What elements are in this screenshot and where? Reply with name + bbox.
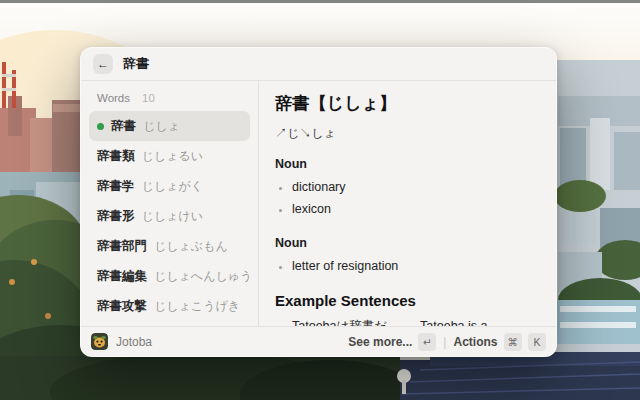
item-reading: じしょこうげき xyxy=(154,298,240,315)
item-kanji: 辞書部門 xyxy=(97,238,147,255)
item-reading: じしょるい xyxy=(142,148,203,165)
gloss-list: dictionary lexicon xyxy=(275,177,540,221)
back-button[interactable]: ← xyxy=(93,54,113,74)
back-arrow-icon: ← xyxy=(97,58,109,70)
command-key-icon: ⌘ xyxy=(504,333,523,351)
word-list-item[interactable]: 辞書形 じしょけい xyxy=(89,201,250,231)
window-body: Words 10 辞書 じしょ 辞書類 じしょるい 辞書学 じしょがく 辞書形 … xyxy=(81,81,556,326)
part-of-speech: Noun xyxy=(275,236,540,250)
item-kanji: 辞書類 xyxy=(97,148,135,165)
item-kanji: 辞書学 xyxy=(97,178,135,195)
item-reading: じしょがく xyxy=(142,178,203,195)
word-list-item[interactable]: 辞書 じしょ xyxy=(89,111,250,141)
see-more-button[interactable]: See more... ↵ xyxy=(348,333,436,351)
see-more-label: See more... xyxy=(348,335,412,349)
word-list-item[interactable]: 辞書類 じしょるい xyxy=(89,141,250,171)
k-key-icon: K xyxy=(528,333,546,351)
item-kanji: 辞書 xyxy=(111,118,136,135)
item-kanji: 辞書攻撃 xyxy=(97,298,147,315)
section-count: 10 xyxy=(142,92,155,104)
word-list-item[interactable]: 辞書部門 じしょぶもん xyxy=(89,231,250,261)
item-reading: じしょぶもん xyxy=(154,238,228,255)
search-input[interactable]: 辞書 xyxy=(123,55,149,73)
footer-divider: | xyxy=(443,335,446,349)
results-sidebar: Words 10 辞書 じしょ 辞書類 じしょるい 辞書学 じしょがく 辞書形 … xyxy=(81,81,259,326)
actions-label: Actions xyxy=(453,335,497,349)
gloss: letter of resignation xyxy=(292,256,540,278)
pitch-accent: ↗じ↘しょ xyxy=(275,125,540,142)
word-title: 辞書【じしょ】 xyxy=(275,92,540,115)
gloss: lexicon xyxy=(292,199,540,221)
example-jp: Tatoebaは辞書だ。 xyxy=(292,319,400,326)
window-footer: Jotoba See more... ↵ | Actions ⌘ K xyxy=(81,326,556,356)
example-sentences-heading: Example Sentences xyxy=(275,292,540,309)
jotoba-app-icon xyxy=(91,333,108,350)
app-name: Jotoba xyxy=(116,335,152,349)
return-key-icon: ↵ xyxy=(418,333,436,351)
item-reading: じしょへんしゅう xyxy=(154,268,252,285)
dictionary-window: ← 辞書 Words 10 辞書 じしょ 辞書類 じしょるい 辞書学 じしょがく xyxy=(80,47,557,357)
gloss-list: letter of resignation xyxy=(275,256,540,278)
results-section-header: Words 10 xyxy=(89,89,250,111)
word-list-item[interactable]: 辞書攻撃 じしょこうげき xyxy=(89,291,250,321)
example-sentence: Tatoebaは辞書だ。→Tatoeba is a dictionary. xyxy=(292,316,540,326)
footer-actions: See more... ↵ | Actions ⌘ K xyxy=(348,333,546,351)
window-header: ← 辞書 xyxy=(81,48,556,81)
item-kanji: 辞書形 xyxy=(97,208,135,225)
section-label: Words xyxy=(97,92,130,104)
item-kanji: 辞書編集 xyxy=(97,268,147,285)
common-word-dot-icon xyxy=(97,123,104,130)
part-of-speech: Noun xyxy=(275,157,540,171)
example-list: Tatoebaは辞書だ。→Tatoeba is a dictionary. 私は… xyxy=(275,316,540,326)
word-list-item[interactable]: 辞書学 じしょがく xyxy=(89,171,250,201)
gloss: dictionary xyxy=(292,177,540,199)
item-reading: じしょ xyxy=(143,118,180,135)
item-reading: じしょけい xyxy=(142,208,203,225)
word-detail-pane[interactable]: 辞書【じしょ】 ↗じ↘しょ Noun dictionary lexicon No… xyxy=(259,81,556,326)
word-list-item[interactable]: 辞書編集 じしょへんしゅう xyxy=(89,261,250,291)
actions-button[interactable]: Actions ⌘ K xyxy=(453,333,546,351)
arrow-icon: → xyxy=(400,319,421,326)
